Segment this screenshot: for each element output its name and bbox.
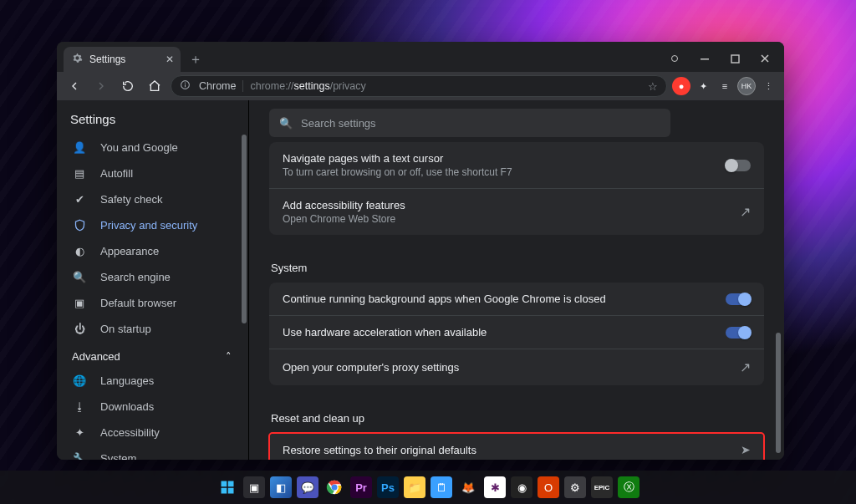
start-button[interactable] bbox=[217, 476, 238, 498]
svg-rect-5 bbox=[222, 481, 227, 487]
close-window-button[interactable] bbox=[751, 48, 779, 69]
open-external-icon: ↗ bbox=[740, 359, 751, 375]
photoshop-icon[interactable]: Ps bbox=[377, 476, 399, 498]
close-tab-icon[interactable]: ✕ bbox=[166, 53, 174, 65]
main-scrollbar[interactable] bbox=[776, 142, 781, 460]
system-card: Continue running background apps when Go… bbox=[269, 283, 764, 385]
search-icon: 🔍 bbox=[279, 117, 293, 130]
minimize-button[interactable] bbox=[690, 48, 719, 69]
appearance-icon: ◐ bbox=[72, 245, 87, 257]
svg-rect-1 bbox=[731, 55, 739, 63]
svg-point-3 bbox=[185, 83, 186, 84]
maximize-button[interactable] bbox=[721, 48, 749, 69]
sidebar-scrollbar[interactable] bbox=[242, 135, 247, 460]
extension-adblock-icon[interactable]: ● bbox=[672, 77, 690, 95]
windows-settings-icon[interactable]: ⚙ bbox=[564, 476, 586, 498]
svg-rect-0 bbox=[701, 59, 709, 60]
gear-icon bbox=[72, 53, 83, 66]
sidebar-item-languages[interactable]: 🌐Languages bbox=[57, 368, 240, 394]
site-info-icon[interactable] bbox=[180, 79, 191, 93]
url-field[interactable]: Chrome chrome://settings/privacy ☆ bbox=[171, 75, 667, 97]
tab-label: Settings bbox=[89, 53, 125, 65]
search-icon: 🔍 bbox=[72, 271, 87, 283]
epic-games-icon[interactable]: EPIC bbox=[591, 476, 613, 498]
svg-rect-7 bbox=[222, 488, 227, 494]
sidebar-item-search-engine[interactable]: 🔍Search engine bbox=[57, 264, 240, 290]
notepad-icon[interactable]: 🗒 bbox=[431, 476, 452, 498]
svg-rect-8 bbox=[228, 488, 234, 494]
row-proxy-settings[interactable]: Open your computer's proxy settings ↗ bbox=[269, 349, 764, 385]
extension-area: ● ✦ ≡ HK ⋮ bbox=[672, 77, 777, 95]
obs-icon[interactable]: ◉ bbox=[511, 476, 532, 498]
open-external-icon: ↗ bbox=[740, 204, 751, 220]
globe-icon: 🌐 bbox=[72, 374, 87, 387]
row-background-apps[interactable]: Continue running background apps when Go… bbox=[269, 283, 764, 315]
shield-icon bbox=[72, 219, 87, 232]
download-icon: ⭳ bbox=[72, 400, 87, 413]
settings-main: 🔍 Search settings Navigate pages with a … bbox=[249, 100, 784, 460]
premiere-icon[interactable]: Pr bbox=[350, 476, 372, 498]
sidebar-item-safety-check[interactable]: ✔Safety check bbox=[57, 186, 240, 212]
tab-settings[interactable]: Settings ✕ bbox=[64, 47, 181, 72]
toggle-caret-browsing[interactable] bbox=[726, 160, 751, 171]
chat-icon[interactable]: 💬 bbox=[297, 476, 318, 498]
toggle-hardware-accel[interactable] bbox=[726, 327, 751, 339]
account-dot-icon[interactable] bbox=[660, 48, 689, 69]
chrome-window: Settings ✕ ＋ Chrome chrome://settings/pr… bbox=[57, 42, 784, 460]
slack-icon[interactable]: ✱ bbox=[484, 476, 506, 498]
power-icon: ⏻ bbox=[72, 323, 87, 335]
sidebar-item-you-and-google[interactable]: 👤You and Google bbox=[57, 135, 240, 160]
svg-point-10 bbox=[332, 485, 338, 491]
chevron-right-icon: ➤ bbox=[741, 443, 751, 456]
sidebar-item-accessibility[interactable]: ✦Accessibility bbox=[57, 420, 240, 445]
reading-list-icon[interactable]: ≡ bbox=[716, 77, 734, 95]
sidebar-item-downloads[interactable]: ⭳Downloads bbox=[57, 394, 240, 420]
sidebar-title: Settings bbox=[57, 100, 248, 135]
wrench-icon: 🔧 bbox=[72, 452, 87, 460]
settings-search[interactable]: 🔍 Search settings bbox=[269, 109, 670, 137]
url-text: chrome://settings/privacy bbox=[250, 80, 365, 92]
sidebar-advanced-toggle[interactable]: Advanced˄ bbox=[57, 342, 248, 368]
chrome-menu-button[interactable]: ⋮ bbox=[759, 77, 777, 95]
bookmark-star-icon[interactable]: ☆ bbox=[648, 80, 658, 93]
browser-icon: ▣ bbox=[72, 297, 87, 309]
settings-sidebar: Settings 👤You and Google ▤Autofill ✔Safe… bbox=[57, 100, 249, 460]
sidebar-item-appearance[interactable]: ◐Appearance bbox=[57, 238, 240, 264]
sidebar-item-default-browser[interactable]: ▣Default browser bbox=[57, 290, 240, 316]
url-chip: Chrome bbox=[197, 80, 243, 92]
task-view-icon[interactable]: ▣ bbox=[243, 476, 265, 498]
back-button[interactable] bbox=[64, 75, 85, 97]
row-hardware-accel[interactable]: Use hardware acceleration when available bbox=[269, 315, 764, 349]
chrome-taskbar-icon[interactable] bbox=[324, 476, 345, 498]
profile-avatar[interactable]: HK bbox=[737, 77, 756, 95]
accessibility-icon: ✦ bbox=[72, 426, 87, 439]
search-placeholder: Search settings bbox=[301, 117, 376, 130]
widgets-icon[interactable]: ◧ bbox=[270, 476, 292, 498]
firefox-icon[interactable]: 🦊 bbox=[457, 476, 479, 498]
extensions-puzzle-icon[interactable]: ✦ bbox=[694, 77, 712, 95]
row-caret-browsing[interactable]: Navigate pages with a text cursor To tur… bbox=[269, 142, 764, 188]
row-restore-defaults[interactable]: Restore settings to their original defau… bbox=[269, 433, 764, 460]
office-icon[interactable]: O bbox=[538, 476, 559, 498]
svg-rect-4 bbox=[185, 84, 186, 87]
new-tab-button[interactable]: ＋ bbox=[186, 49, 206, 69]
sidebar-item-on-startup[interactable]: ⏻On startup bbox=[57, 316, 240, 342]
section-heading-system: System bbox=[269, 248, 764, 283]
svg-rect-6 bbox=[228, 481, 234, 487]
row-add-accessibility-features[interactable]: Add accessibility features Open Chrome W… bbox=[269, 188, 764, 235]
sidebar-item-autofill[interactable]: ▤Autofill bbox=[57, 160, 240, 186]
reset-card: Restore settings to their original defau… bbox=[269, 433, 764, 460]
safety-check-icon: ✔ bbox=[72, 193, 87, 206]
chevron-up-icon: ˄ bbox=[226, 350, 232, 363]
sidebar-item-privacy-security[interactable]: Privacy and security bbox=[57, 212, 240, 238]
xbox-icon[interactable]: ⓧ bbox=[618, 476, 639, 498]
accessibility-card: Navigate pages with a text cursor To tur… bbox=[269, 142, 764, 235]
home-button[interactable] bbox=[144, 75, 166, 97]
forward-button[interactable] bbox=[90, 75, 112, 97]
toggle-background-apps[interactable] bbox=[726, 293, 751, 305]
titlebar: Settings ✕ ＋ bbox=[57, 42, 784, 72]
sidebar-item-system[interactable]: 🔧System bbox=[57, 445, 240, 460]
file-explorer-icon[interactable]: 📁 bbox=[404, 476, 425, 498]
reload-button[interactable] bbox=[117, 75, 139, 97]
person-icon: 👤 bbox=[72, 141, 87, 154]
